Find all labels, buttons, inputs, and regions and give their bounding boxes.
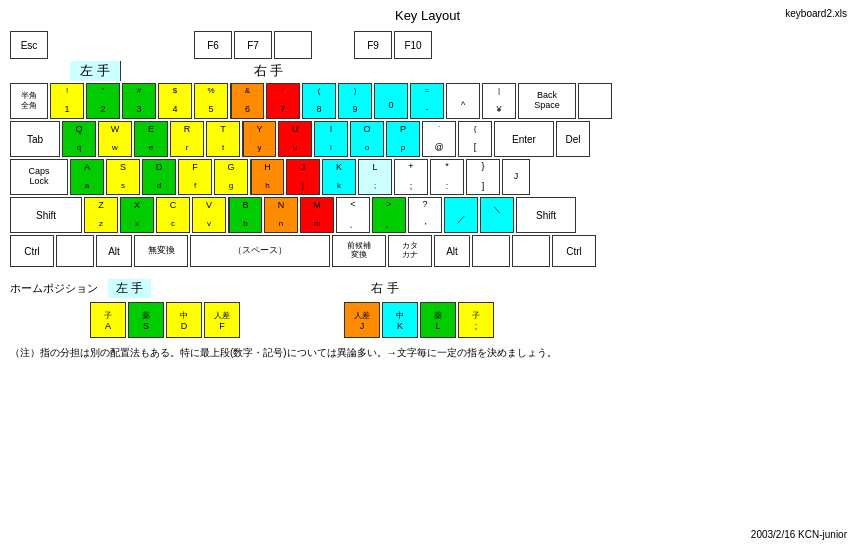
home-key-s[interactable]: 薬S: [128, 302, 164, 338]
key-4[interactable]: $4: [158, 83, 192, 119]
key-bottom-blank1[interactable]: [56, 235, 94, 267]
key-minus[interactable]: =-: [410, 83, 444, 119]
key-yen2[interactable]: ＼: [480, 197, 514, 233]
key-f9[interactable]: F9: [354, 31, 392, 59]
number-row: 半角全角 !1 "2 #3 $4 %5 &6 '7 (8 )9 0 =- ^ |…: [10, 83, 845, 119]
qwerty-row: Tab Qq Ww Ee Rr Tt Yy Uu Ii Oo Pp `@ {[ …: [10, 121, 845, 157]
key-6[interactable]: &6: [230, 83, 264, 119]
key-bracket-close[interactable]: }]: [466, 159, 500, 195]
key-u[interactable]: Uu: [278, 121, 312, 157]
key-p[interactable]: Pp: [386, 121, 420, 157]
key-f10[interactable]: F10: [394, 31, 432, 59]
key-8[interactable]: (8: [302, 83, 336, 119]
key-comma[interactable]: <、: [336, 197, 370, 233]
keyboard-area: Esc F6 F7 F9 F10 左 手 右 手 半角全角 !1 "2 #3 $…: [0, 27, 855, 273]
key-shift-right[interactable]: Shift: [516, 197, 576, 233]
key-alt-left[interactable]: Alt: [96, 235, 132, 267]
key-o[interactable]: Oo: [350, 121, 384, 157]
key-t[interactable]: Tt: [206, 121, 240, 157]
key-1[interactable]: !1: [50, 83, 84, 119]
key-period[interactable]: >。: [372, 197, 406, 233]
key-del[interactable]: Del: [556, 121, 590, 157]
key-b[interactable]: Bb: [228, 197, 262, 233]
key-q[interactable]: Qq: [62, 121, 96, 157]
key-d[interactable]: Dd: [142, 159, 176, 195]
key-m[interactable]: Mm: [300, 197, 334, 233]
key-bracket-open[interactable]: {[: [458, 121, 492, 157]
key-l[interactable]: L;: [358, 159, 392, 195]
key-bottom-blank3[interactable]: [512, 235, 550, 267]
home-key-f[interactable]: 人差F: [204, 302, 240, 338]
key-hankaku[interactable]: 半角全角: [10, 83, 48, 119]
left-hand-label: 左 手: [70, 61, 120, 81]
home-left-label: 左 手: [108, 279, 151, 298]
key-space[interactable]: （スペース）: [190, 235, 330, 267]
key-colon[interactable]: *:: [430, 159, 464, 195]
key-bottom-blank2[interactable]: [472, 235, 510, 267]
zxcv-row: Shift Zz Xx Cc Vv Bb Nn Mm <、 >。 ?・ ／ ＼ …: [10, 197, 845, 233]
key-yen[interactable]: |¥: [482, 83, 516, 119]
key-caps-lock[interactable]: CapsLock: [10, 159, 68, 195]
key-3[interactable]: #3: [122, 83, 156, 119]
home-key-k[interactable]: 中K: [382, 302, 418, 338]
key-j[interactable]: Jj: [286, 159, 320, 195]
key-y[interactable]: Yy: [242, 121, 276, 157]
function-key-row: Esc F6 F7 F9 F10: [10, 31, 845, 59]
note: （注）指の分担は別の配置法もある。特に最上段(数字・記号)については異論多い。→…: [0, 342, 855, 362]
key-0[interactable]: 0: [374, 83, 408, 119]
key-katakana[interactable]: カタカナ: [388, 235, 432, 267]
key-x[interactable]: Xx: [120, 197, 154, 233]
key-g[interactable]: Gg: [214, 159, 248, 195]
key-ctrl-left[interactable]: Ctrl: [10, 235, 54, 267]
key-backspace[interactable]: BackSpace: [518, 83, 576, 119]
key-at[interactable]: `@: [422, 121, 456, 157]
key-2[interactable]: "2: [86, 83, 120, 119]
key-tab[interactable]: Tab: [10, 121, 60, 157]
home-key-l[interactable]: 薬L: [420, 302, 456, 338]
home-key-j[interactable]: 人差J: [344, 302, 380, 338]
key-e[interactable]: Ee: [134, 121, 168, 157]
key-shift-left[interactable]: Shift: [10, 197, 82, 233]
key-muhenkan[interactable]: 無変換: [134, 235, 188, 267]
key-caret[interactable]: ^: [446, 83, 480, 119]
key-ctrl-right[interactable]: Ctrl: [552, 235, 596, 267]
key-f7[interactable]: F7: [234, 31, 272, 59]
key-9[interactable]: )9: [338, 83, 372, 119]
key-h[interactable]: Hh: [250, 159, 284, 195]
filename: keyboard2.xls: [785, 8, 847, 19]
footer: 2003/2/16 KCN-junior: [751, 529, 847, 540]
key-v[interactable]: Vv: [192, 197, 226, 233]
key-esc[interactable]: Esc: [10, 31, 48, 59]
home-section: ホームポジション 左 手 右 手 子A 薬S 中D 人差F 人差J 中K 薬L …: [0, 273, 855, 342]
home-key-a[interactable]: 子A: [90, 302, 126, 338]
key-z[interactable]: Zz: [84, 197, 118, 233]
bottom-row: Ctrl Alt 無変換 （スペース） 前候補変換 カタカナ Alt Ctrl: [10, 235, 845, 267]
key-c[interactable]: Cc: [156, 197, 190, 233]
right-hand-label: 右 手: [250, 62, 284, 80]
key-a[interactable]: Aa: [70, 159, 104, 195]
key-k[interactable]: Kk: [322, 159, 356, 195]
key-backslash[interactable]: J: [502, 159, 530, 195]
key-i[interactable]: Ii: [314, 121, 348, 157]
key-slash[interactable]: ?・: [408, 197, 442, 233]
home-right-label: 右 手: [371, 280, 398, 297]
key-7[interactable]: '7: [266, 83, 300, 119]
asdf-row: CapsLock Aa Ss Dd Ff Gg Hh Jj Kk L; +; *…: [10, 159, 845, 195]
key-w[interactable]: Ww: [98, 121, 132, 157]
key-5[interactable]: %5: [194, 83, 228, 119]
key-enter[interactable]: Enter: [494, 121, 554, 157]
key-s[interactable]: Ss: [106, 159, 140, 195]
key-ro[interactable]: ／: [444, 197, 478, 233]
key-f[interactable]: Ff: [178, 159, 212, 195]
key-henkan[interactable]: 前候補変換: [332, 235, 386, 267]
key-f6[interactable]: F6: [194, 31, 232, 59]
key-n[interactable]: Nn: [264, 197, 298, 233]
home-position-label: ホームポジション: [10, 281, 98, 296]
key-r[interactable]: Rr: [170, 121, 204, 157]
home-key-d[interactable]: 中D: [166, 302, 202, 338]
home-key-semicolon[interactable]: 子;: [458, 302, 494, 338]
key-alt-right[interactable]: Alt: [434, 235, 470, 267]
key-blank5[interactable]: [274, 31, 312, 59]
key-top-right[interactable]: [578, 83, 612, 119]
key-semicolon[interactable]: +;: [394, 159, 428, 195]
